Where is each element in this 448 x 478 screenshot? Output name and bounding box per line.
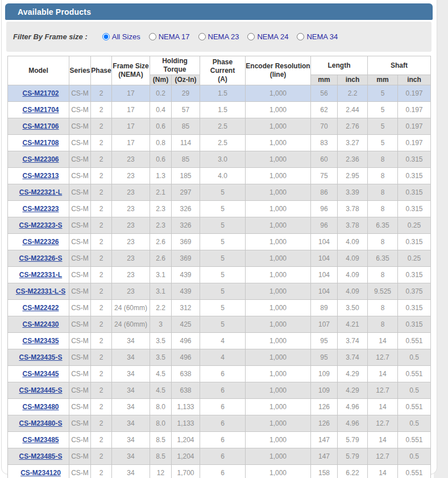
model-link[interactable]: CS-M234120 bbox=[20, 469, 61, 477]
length-mm-cell: 95 bbox=[311, 349, 338, 366]
model-link[interactable]: CS-M22306 bbox=[22, 155, 59, 163]
phase-current-cell: 5 bbox=[200, 316, 246, 333]
torque-nm-cell: 0.2 bbox=[150, 85, 172, 102]
model-link[interactable]: CS-M22321-L bbox=[19, 188, 62, 196]
shaft-mm-cell: 8 bbox=[368, 300, 398, 316]
phase-current-cell: 2.5 bbox=[200, 135, 246, 151]
frame-size-radio-option[interactable]: NEMA 24 bbox=[247, 32, 288, 41]
column-header-model: Model bbox=[8, 56, 69, 85]
phase-current-cell: 5 bbox=[200, 184, 246, 201]
model-link[interactable]: CS-M23485 bbox=[22, 436, 59, 444]
radio-label[interactable]: NEMA 24 bbox=[257, 32, 288, 41]
frame-size-radio-nema-34[interactable] bbox=[297, 33, 304, 40]
shaft-mm-cell: 14 bbox=[368, 366, 398, 382]
length-mm-cell: 70 bbox=[311, 118, 338, 135]
series-cell: CS-M bbox=[69, 184, 91, 201]
model-link[interactable]: CS-M22326 bbox=[22, 238, 59, 246]
torque-nm-cell: 4.5 bbox=[150, 382, 172, 399]
model-link[interactable]: CS-M21704 bbox=[22, 106, 59, 114]
model-link[interactable]: CS-M23480-S bbox=[19, 419, 62, 427]
frame-size-radio-option[interactable]: NEMA 23 bbox=[198, 32, 239, 41]
length-mm-cell: 89 bbox=[311, 300, 338, 316]
radio-label[interactable]: NEMA 17 bbox=[159, 32, 190, 41]
frame-size-cell: 17 bbox=[112, 102, 150, 118]
frame-size-radio-option[interactable]: All Sizes bbox=[102, 32, 140, 41]
model-link[interactable]: CS-M22313 bbox=[22, 172, 59, 180]
model-link[interactable]: CS-M22430 bbox=[22, 320, 59, 328]
frame-size-cell: 23 bbox=[112, 267, 150, 283]
radio-label[interactable]: All Sizes bbox=[112, 32, 140, 41]
series-cell: CS-M bbox=[69, 168, 91, 184]
model-link[interactable]: CS-M21708 bbox=[22, 139, 59, 147]
column-header-phase-current: Phase Current (A) bbox=[200, 56, 246, 85]
model-link[interactable]: CS-M23445-S bbox=[19, 386, 62, 394]
frame-size-radio-option[interactable]: NEMA 34 bbox=[297, 32, 338, 41]
model-link[interactable]: CS-M22323 bbox=[22, 205, 59, 213]
torque-ozin-cell: 312 bbox=[172, 300, 200, 316]
length-mm-cell: 107 bbox=[311, 316, 338, 333]
length-mm-cell: 96 bbox=[311, 201, 338, 217]
shaft-mm-cell: 12.7 bbox=[368, 349, 398, 366]
radio-label[interactable]: NEMA 34 bbox=[306, 32, 338, 41]
model-cell: CS-M23485-S bbox=[8, 448, 69, 465]
shaft-inch-cell: 0.5 bbox=[398, 448, 431, 465]
frame-size-cell: 34 bbox=[112, 465, 150, 478]
length-inch-cell: 6.22 bbox=[338, 465, 368, 478]
model-cell: CS-M23485 bbox=[8, 432, 69, 448]
length-inch-cell: 4.09 bbox=[338, 267, 368, 283]
frame-size-radio-nema-23[interactable] bbox=[198, 33, 206, 40]
frame-size-radio-nema-17[interactable] bbox=[149, 33, 156, 40]
length-inch-cell: 5.79 bbox=[338, 448, 368, 465]
model-link[interactable]: CS-M22326-S bbox=[19, 254, 62, 262]
model-cell: CS-M21702 bbox=[8, 85, 69, 102]
phase-cell: 2 bbox=[91, 349, 112, 366]
model-link[interactable]: CS-M22422 bbox=[22, 304, 59, 312]
encoder-resolution-cell: 1,000 bbox=[246, 382, 311, 399]
model-link[interactable]: CS-M23435 bbox=[22, 337, 59, 345]
model-link[interactable]: CS-M21706 bbox=[22, 122, 59, 130]
model-link[interactable]: CS-M23480 bbox=[22, 403, 59, 411]
frame-size-radio-nema-24[interactable] bbox=[247, 33, 255, 40]
frame-size-cell: 23 bbox=[112, 234, 150, 250]
encoder-resolution-cell: 1,000 bbox=[246, 102, 311, 118]
length-inch-cell: 3.78 bbox=[338, 201, 368, 217]
phase-cell: 2 bbox=[91, 234, 112, 250]
model-link[interactable]: CS-M23485-S bbox=[19, 452, 62, 460]
model-cell: CS-M21706 bbox=[8, 118, 69, 135]
shaft-mm-cell: 5 bbox=[368, 102, 398, 118]
model-cell: CS-M23435-S bbox=[8, 349, 69, 366]
phase-cell: 2 bbox=[91, 316, 112, 333]
encoder-resolution-cell: 1,000 bbox=[246, 151, 311, 168]
encoder-resolution-cell: 1,000 bbox=[246, 316, 311, 333]
encoder-resolution-cell: 1,000 bbox=[246, 283, 311, 300]
length-mm-cell: 96 bbox=[311, 217, 338, 234]
shaft-inch-cell: 0.5 bbox=[398, 382, 431, 399]
encoder-resolution-cell: 1,000 bbox=[246, 465, 311, 478]
phase-cell: 2 bbox=[91, 333, 112, 349]
model-link[interactable]: CS-M23445 bbox=[22, 370, 59, 378]
shaft-inch-cell: 0.315 bbox=[398, 316, 431, 333]
model-link[interactable]: CS-M22331-L bbox=[19, 271, 62, 279]
torque-nm-cell: 2.1 bbox=[150, 184, 172, 201]
subheader-length-inch: inch bbox=[338, 75, 368, 85]
torque-ozin-cell: 638 bbox=[172, 382, 200, 399]
model-link[interactable]: CS-M21702 bbox=[22, 89, 59, 97]
radio-label[interactable]: NEMA 23 bbox=[208, 32, 239, 41]
length-inch-cell: 3.74 bbox=[338, 349, 368, 366]
shaft-mm-cell: 8 bbox=[368, 168, 398, 184]
torque-nm-cell: 8.5 bbox=[150, 432, 172, 448]
subheader-shaft-inch: inch bbox=[398, 75, 431, 85]
shaft-mm-cell: 5 bbox=[368, 135, 398, 151]
phase-current-cell: 1.5 bbox=[200, 102, 246, 118]
model-link[interactable]: CS-M23435-S bbox=[19, 353, 62, 361]
torque-nm-cell: 0.6 bbox=[150, 151, 172, 168]
model-link[interactable]: CS-M22331-L-S bbox=[16, 287, 65, 295]
model-cell: CS-M22422 bbox=[8, 300, 69, 316]
torque-ozin-cell: 1,133 bbox=[172, 415, 200, 432]
filter-bar: Filter By Frame size : All Sizes NEMA 17… bbox=[6, 22, 432, 52]
frame-size-radio-option[interactable]: NEMA 17 bbox=[149, 32, 190, 41]
model-link[interactable]: CS-M22323-S bbox=[19, 221, 62, 229]
shaft-inch-cell: 0.197 bbox=[398, 85, 431, 102]
frame-size-radio-all-sizes[interactable] bbox=[102, 33, 110, 40]
length-inch-cell: 3.78 bbox=[338, 217, 368, 234]
